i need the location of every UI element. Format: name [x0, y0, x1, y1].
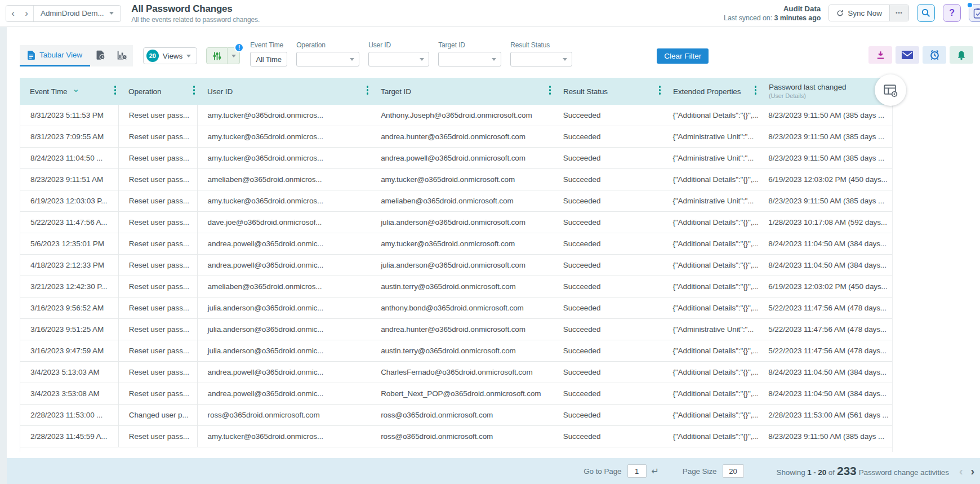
cell-user-id: julia.anderson@o365droid.onmic...: [198, 297, 371, 318]
search-icon: [921, 8, 931, 18]
refresh-icon: [836, 10, 844, 17]
event-time-filter-button[interactable]: All Time: [250, 52, 287, 66]
cell-result-status: Succeeded: [553, 148, 663, 168]
table-row[interactable]: 2/28/2023 11:45:59 A... Reset user pass.…: [20, 426, 892, 447]
enter-icon[interactable]: ↵: [652, 466, 659, 477]
column-header-operation[interactable]: Operation: [118, 78, 197, 105]
schedule-alert-button[interactable]: [923, 46, 946, 64]
column-header-user-id[interactable]: User ID: [197, 78, 371, 105]
notification-dot: [966, 2, 973, 8]
sync-now-button[interactable]: Sync Now: [829, 5, 889, 21]
table-row[interactable]: 8/31/2023 7:09:55 AM Reset user pass... …: [20, 126, 892, 148]
cell-event-time: 3/4/2023 5:13:03 AM: [20, 362, 119, 383]
user-id-filter-select[interactable]: [368, 52, 429, 66]
table-row[interactable]: 3/4/2023 3:53:08 AM Reset user pass... a…: [20, 383, 892, 405]
table-row[interactable]: 8/24/2023 11:04:50 ... Reset user pass..…: [20, 148, 892, 169]
cell-extended-properties: {"Additional Details":"{}",...: [663, 169, 759, 190]
column-menu-icon[interactable]: [755, 86, 757, 95]
table-row[interactable]: 3/21/2023 12:42:30 P... Reset user pass.…: [20, 276, 892, 297]
column-header-target-id[interactable]: Target ID: [371, 78, 553, 105]
next-page-button[interactable]: ›: [970, 465, 974, 478]
cell-event-time: 3/21/2023 12:42:30 P...: [20, 276, 119, 297]
cell-password-last-changed: 5/22/2023 11:47:56 AM (478 days...: [758, 297, 892, 318]
cell-operation: Reset user pass...: [119, 255, 198, 276]
table-row[interactable]: 3/4/2023 5:13:03 AM Reset user pass... a…: [20, 362, 892, 383]
cell-extended-properties: {"Additional Details":"{}",...: [663, 426, 759, 447]
table-row[interactable]: 8/31/2023 5:11:53 PM Reset user pass... …: [20, 105, 892, 126]
sync-more-options-button[interactable]: •••: [889, 5, 908, 21]
notifications-button[interactable]: [950, 46, 973, 64]
table-row[interactable]: 2/28/2023 11:53:00 ... Changed user p...…: [20, 405, 892, 426]
cell-password-last-changed: 5/22/2023 11:47:56 AM (478 days...: [758, 340, 892, 361]
table-row[interactable]: 8/23/2023 9:11:51 AM Reset user pass... …: [20, 169, 892, 190]
column-header-extended-properties[interactable]: Extended Properties: [663, 78, 759, 105]
cell-target-id: CharlesFernado@o365droid.onmicrosoft.com: [371, 362, 553, 383]
cell-result-status: Succeeded: [553, 319, 663, 340]
table-header-row: Event Time ⌄ Operation User ID Target ID…: [20, 78, 893, 105]
cell-target-id: Anthony.Joseph@o365droid.onmicrosoft.com: [371, 105, 553, 126]
cell-password-last-changed: 6/19/2023 12:03:02 PM (450 days...: [758, 169, 892, 190]
tenant-label: AdminDroid Dem...: [41, 9, 104, 17]
cell-extended-properties: {"Additional Details":"{}",...: [663, 212, 759, 233]
cell-event-time: 8/23/2023 9:11:51 AM: [20, 169, 119, 190]
chevron-down-icon: [492, 58, 496, 61]
sliders-icon: [212, 51, 222, 61]
tenant-dropdown[interactable]: AdminDroid Dem...: [34, 9, 121, 17]
table-row[interactable]: 6/19/2023 12:03:03 P... Reset user pass.…: [20, 190, 892, 212]
table-row[interactable]: 5/22/2023 11:47:56 A... Reset user pass.…: [20, 212, 892, 233]
tab-chart-view[interactable]: [112, 45, 133, 66]
column-menu-icon[interactable]: [367, 86, 369, 95]
cell-event-time: 4/18/2023 2:12:33 PM: [20, 255, 119, 276]
search-button[interactable]: [917, 4, 935, 22]
cell-user-id: ross@o365droid.onmicrosoft.com: [198, 405, 371, 425]
tab-scheduled-report[interactable]: [90, 45, 112, 66]
forward-button[interactable]: ›: [20, 6, 33, 21]
column-chooser-button[interactable]: [875, 74, 906, 106]
tab-tabular-view[interactable]: Tabular View: [20, 45, 90, 66]
cell-operation: Reset user pass...: [119, 212, 198, 233]
title-block: All Password Changes All the events rela…: [131, 3, 260, 24]
clipboard-check-icon: [973, 8, 980, 19]
cell-extended-properties: {"Additional Details":"{}",...: [663, 383, 759, 404]
filter-settings-button[interactable]: [206, 47, 228, 64]
table-row[interactable]: 3/16/2023 9:51:25 AM Reset user pass... …: [20, 319, 892, 340]
table-row[interactable]: 4/18/2023 2:12:33 PM Reset user pass... …: [20, 255, 892, 276]
email-button[interactable]: [896, 46, 919, 64]
table-row[interactable]: 5/6/2023 12:35:01 PM Reset user pass... …: [20, 233, 892, 255]
column-menu-icon[interactable]: [549, 86, 551, 95]
table-row[interactable]: 3/16/2023 9:47:59 AM Reset user pass... …: [20, 340, 892, 362]
target-id-filter-select[interactable]: [438, 52, 501, 66]
column-menu-icon[interactable]: [193, 86, 195, 95]
cell-user-id: andrea.powell@o365droid.onmic...: [198, 233, 371, 254]
previous-page-button[interactable]: ‹: [959, 465, 963, 478]
cell-target-id: amy.tucker@o365droid.onmicrosoft.com: [371, 233, 553, 254]
chevron-down-icon: [420, 58, 424, 61]
column-menu-icon[interactable]: [659, 86, 661, 95]
chevron-down-icon: [109, 12, 114, 15]
column-menu-icon[interactable]: [114, 86, 117, 95]
table-row[interactable]: 3/16/2023 9:56:52 AM Reset user pass... …: [20, 297, 892, 319]
back-button[interactable]: ‹: [6, 6, 20, 21]
tasks-button[interactable]: [969, 4, 980, 22]
sort-descending-icon[interactable]: ⌄: [73, 84, 79, 94]
pager: ‹ ›: [959, 465, 974, 478]
cell-extended-properties: {"Additional Details":"{}",...: [663, 362, 759, 383]
chevron-down-icon: [563, 58, 567, 61]
column-header-result-status[interactable]: Result Status: [553, 78, 663, 105]
total-count: 233: [835, 464, 859, 477]
clear-filter-button[interactable]: Clear Filter: [657, 48, 709, 64]
result-status-filter-select[interactable]: [510, 52, 572, 66]
column-header-event-time[interactable]: Event Time ⌄: [20, 78, 118, 105]
help-button[interactable]: ?: [943, 4, 961, 22]
chart-clock-icon: [117, 50, 127, 60]
operation-filter-select[interactable]: [296, 52, 359, 66]
cell-event-time: 8/31/2023 5:11:53 PM: [20, 105, 119, 126]
download-button[interactable]: [868, 46, 892, 64]
views-dropdown-button[interactable]: 20 Views: [143, 47, 197, 64]
cell-event-time: 3/4/2023 3:53:08 AM: [20, 383, 119, 404]
goto-page-input[interactable]: [627, 464, 647, 478]
cell-password-last-changed: 8/24/2023 11:04:50 AM (384 days...: [758, 255, 892, 276]
cell-event-time: 3/16/2023 9:47:59 AM: [20, 340, 119, 361]
page-size-input[interactable]: [723, 464, 744, 478]
column-header-password-last-changed[interactable]: Password last changed (User Details): [759, 78, 893, 105]
